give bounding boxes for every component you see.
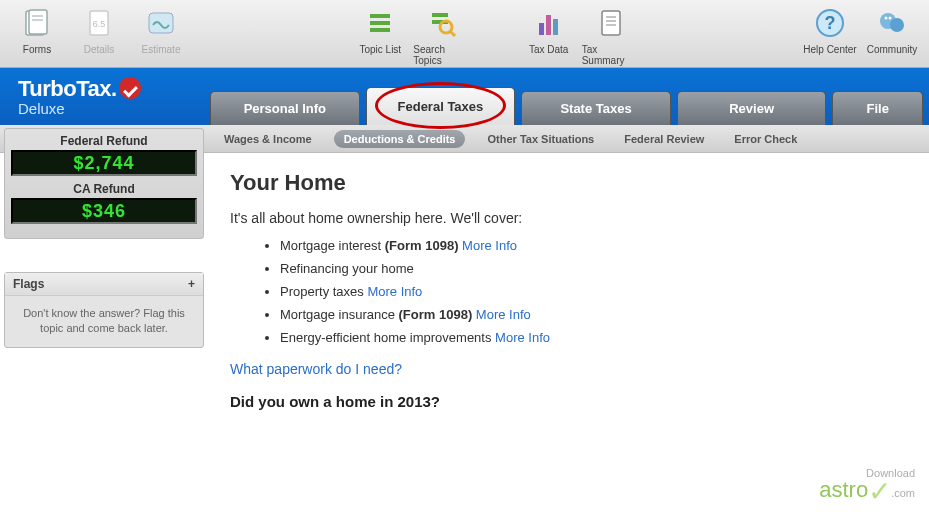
tab-file[interactable]: File xyxy=(832,91,923,125)
topic-list-button[interactable]: Topic List xyxy=(351,4,409,66)
more-info-link[interactable]: More Info xyxy=(462,238,517,253)
more-info-link[interactable]: More Info xyxy=(476,307,531,322)
flags-body-text: Don't know the answer? Flag this topic a… xyxy=(5,296,203,347)
tab-state-taxes[interactable]: State Taxes xyxy=(521,91,671,125)
topic-list-icon xyxy=(361,4,399,42)
subtab-federal-review[interactable]: Federal Review xyxy=(616,130,712,148)
subtab-deductions[interactable]: Deductions & Credits xyxy=(334,130,466,148)
intro-text: It's all about home ownership here. We'l… xyxy=(230,210,909,226)
list-item: Energy-efficient home improvements More … xyxy=(280,330,909,345)
tab-personal-info[interactable]: Personal Info xyxy=(210,91,360,125)
tax-summary-button[interactable]: Tax Summary xyxy=(582,4,640,66)
svg-line-13 xyxy=(450,31,455,36)
svg-rect-17 xyxy=(602,11,620,35)
subtab-wages[interactable]: Wages & Income xyxy=(216,130,320,148)
svg-point-25 xyxy=(884,17,887,20)
community-icon xyxy=(873,4,911,42)
flags-header[interactable]: Flags + xyxy=(5,273,203,296)
main-content: Your Home It's all about home ownership … xyxy=(230,170,909,410)
forms-button[interactable]: Forms xyxy=(8,4,66,55)
tab-federal-taxes[interactable]: Federal Taxes xyxy=(366,87,516,125)
question-text: Did you own a home in 2013? xyxy=(230,393,909,410)
federal-refund-value: $2,744 xyxy=(11,150,197,176)
estimate-button[interactable]: Estimate xyxy=(132,4,190,55)
list-item: Mortgage interest (Form 1098) More Info xyxy=(280,238,909,253)
list-item: Property taxes More Info xyxy=(280,284,909,299)
top-toolbar: Forms 6.5 Details Estimate Topic List Se… xyxy=(0,0,929,68)
svg-rect-6 xyxy=(149,13,173,33)
svg-rect-1 xyxy=(29,10,47,34)
svg-text:6.5: 6.5 xyxy=(93,19,106,29)
help-center-button[interactable]: ? Help Center xyxy=(801,4,859,55)
main-tabs: Personal Info Federal Taxes State Taxes … xyxy=(210,87,929,125)
details-button[interactable]: 6.5 Details xyxy=(70,4,128,55)
brand-logo: TurboTax. Deluxe xyxy=(0,70,210,125)
community-button[interactable]: Community xyxy=(863,4,921,55)
tab-review[interactable]: Review xyxy=(677,91,827,125)
federal-refund-label: Federal Refund xyxy=(11,134,197,148)
details-icon: 6.5 xyxy=(80,4,118,42)
plus-icon[interactable]: + xyxy=(188,277,195,291)
svg-rect-9 xyxy=(370,28,390,32)
brand-bar: TurboTax. Deluxe Personal Info Federal T… xyxy=(0,68,929,125)
estimate-icon xyxy=(142,4,180,42)
search-topics-button[interactable]: Search Topics xyxy=(413,4,471,66)
svg-rect-7 xyxy=(370,14,390,18)
forms-icon xyxy=(18,4,56,42)
svg-point-26 xyxy=(888,17,891,20)
paperwork-link[interactable]: What paperwork do I need? xyxy=(230,361,402,377)
watermark: Download astro✓.com xyxy=(819,467,915,508)
tax-data-button[interactable]: Tax Data xyxy=(520,4,578,66)
check-icon: ✓ xyxy=(868,476,891,507)
ca-refund-value: $346 xyxy=(11,198,197,224)
flags-panel: Flags + Don't know the answer? Flag this… xyxy=(4,272,204,348)
list-item: Refinancing your home xyxy=(280,261,909,276)
svg-rect-16 xyxy=(553,19,558,35)
page-title: Your Home xyxy=(230,170,909,196)
svg-rect-10 xyxy=(432,13,448,17)
checkmark-icon xyxy=(119,77,141,99)
list-item: Mortgage insurance (Form 1098) More Info xyxy=(280,307,909,322)
refund-panel: Federal Refund $2,744 CA Refund $346 xyxy=(4,128,204,239)
svg-text:?: ? xyxy=(824,13,835,33)
coverage-list: Mortgage interest (Form 1098) More Info … xyxy=(230,238,909,345)
svg-point-24 xyxy=(890,18,904,32)
svg-rect-14 xyxy=(539,23,544,35)
ca-refund-label: CA Refund xyxy=(11,182,197,196)
subtab-error-check[interactable]: Error Check xyxy=(726,130,805,148)
summary-icon xyxy=(592,4,630,42)
bar-chart-icon xyxy=(530,4,568,42)
subtab-other[interactable]: Other Tax Situations xyxy=(479,130,602,148)
search-icon xyxy=(423,4,461,42)
more-info-link[interactable]: More Info xyxy=(495,330,550,345)
svg-rect-15 xyxy=(546,15,551,35)
svg-rect-8 xyxy=(370,21,390,25)
help-icon: ? xyxy=(811,4,849,42)
more-info-link[interactable]: More Info xyxy=(367,284,422,299)
